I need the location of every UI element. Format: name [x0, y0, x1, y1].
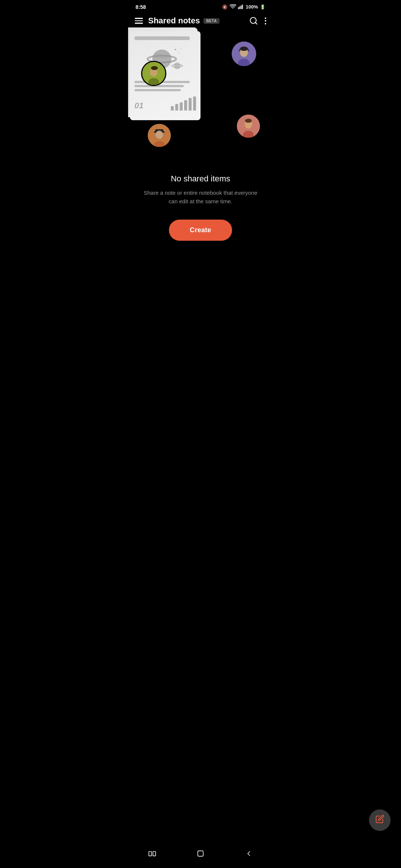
svg-rect-3 — [239, 6, 240, 9]
hamburger-icon — [135, 18, 143, 24]
empty-description: Share a note or entire notebook that eve… — [139, 189, 262, 206]
avatar-top-right — [231, 40, 257, 67]
note-bottom-row: 01 — [134, 97, 196, 111]
svg-point-21 — [181, 49, 182, 49]
note-header-bar — [134, 36, 190, 40]
bar-5 — [189, 98, 192, 111]
page-title: Shared notes — [148, 16, 200, 26]
battery-icon: 🔋 — [260, 4, 265, 10]
illustration-area: 01 — [128, 29, 273, 170]
bar-chart — [171, 97, 196, 111]
svg-point-34 — [156, 131, 163, 139]
battery-text: 100% — [246, 4, 258, 10]
note-line-2 — [134, 85, 184, 87]
status-bar: 8:58 🔇 100% 🔋 — [128, 0, 273, 12]
note-lines — [134, 81, 196, 91]
svg-line-7 — [255, 23, 257, 24]
avatar-bottom-left — [147, 123, 172, 148]
status-time: 8:58 — [136, 4, 146, 10]
signal-icon — [238, 4, 244, 10]
svg-point-24 — [153, 54, 171, 58]
app-bar-title: Shared notes BETA — [148, 16, 244, 26]
avatar-bottom-right — [236, 114, 261, 139]
note-line-3 — [134, 89, 181, 91]
empty-title: No shared items — [171, 174, 230, 184]
bar-1 — [171, 106, 174, 111]
bar-4 — [184, 100, 187, 111]
svg-rect-4 — [241, 5, 241, 9]
svg-rect-5 — [242, 4, 243, 9]
svg-point-12 — [240, 47, 248, 51]
content-area: No shared items Share a note or entire n… — [128, 170, 273, 241]
more-options-button[interactable] — [265, 17, 266, 24]
bar-3 — [180, 102, 183, 111]
mute-icon: 🔇 — [222, 4, 228, 10]
wifi-icon — [229, 4, 236, 10]
svg-point-0 — [232, 8, 233, 9]
bar-6 — [193, 96, 196, 111]
app-bar-actions — [249, 16, 266, 25]
svg-rect-2 — [238, 7, 239, 9]
three-dot-icon — [265, 17, 266, 24]
create-button[interactable]: Create — [169, 220, 232, 241]
note-number: 01 — [134, 101, 143, 111]
hamburger-menu-button[interactable] — [135, 18, 143, 24]
svg-point-19 — [175, 49, 176, 50]
svg-point-29 — [245, 119, 252, 123]
svg-point-16 — [151, 66, 158, 70]
search-button[interactable] — [249, 16, 258, 25]
bar-2 — [175, 104, 178, 111]
app-bar: Shared notes BETA — [128, 12, 273, 29]
beta-badge: BETA — [203, 18, 219, 24]
svg-point-20 — [178, 52, 179, 53]
avatar-left — [141, 61, 166, 86]
svg-point-25 — [174, 62, 180, 69]
status-icons: 🔇 100% 🔋 — [222, 4, 265, 10]
